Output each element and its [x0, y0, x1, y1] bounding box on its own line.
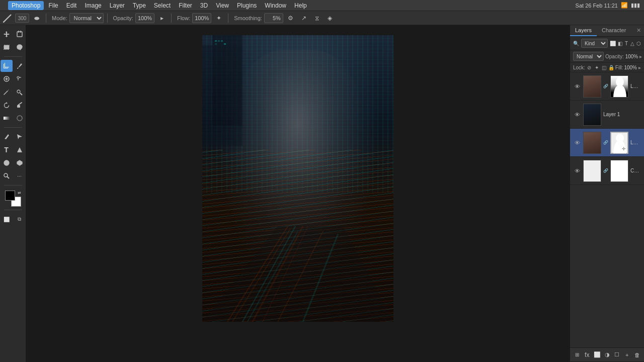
- symmetry-icon[interactable]: ⧖: [311, 13, 323, 24]
- layer-chain-icon: 🔗: [603, 84, 608, 89]
- layer-link-btn[interactable]: ⊞: [572, 350, 582, 360]
- lock-pixels-icon[interactable]: ⊘: [586, 64, 592, 71]
- menu-type[interactable]: Type: [129, 1, 149, 10]
- pressure-icon[interactable]: ◈: [325, 13, 336, 24]
- custom-shape-tool[interactable]: [14, 157, 26, 169]
- menu-layer[interactable]: Layer: [106, 1, 128, 10]
- tab-layers[interactable]: Layers: [570, 25, 597, 36]
- smoothing-input[interactable]: [264, 13, 283, 23]
- layer-adjustment-btn[interactable]: ◑: [602, 350, 612, 360]
- airbrush-icon[interactable]: ✦: [213, 13, 224, 24]
- tab-character[interactable]: Character: [597, 25, 631, 36]
- zoom-tool[interactable]: [1, 170, 13, 182]
- menu-photoshop[interactable]: Photoshop: [8, 1, 44, 10]
- new-layer-btn[interactable]: +: [622, 350, 632, 360]
- artboard-tool[interactable]: [14, 28, 26, 40]
- tools-row-12: ⬜ ⧉: [1, 213, 26, 225]
- healing-brush-tool[interactable]: [1, 73, 13, 85]
- text-tool[interactable]: T: [1, 144, 13, 156]
- menu-filter[interactable]: Filter: [175, 1, 196, 10]
- layer-item[interactable]: 👁 🔗 Col... 1: [570, 157, 644, 185]
- sep-2: [4, 127, 22, 128]
- dots-tool[interactable]: ···: [14, 170, 26, 182]
- layer-item-active[interactable]: 👁 🔗 ✛ La...py: [570, 129, 644, 157]
- svg-marker-33: [202, 226, 393, 322]
- filter-shape-icon[interactable]: △: [630, 39, 634, 47]
- menu-select[interactable]: Select: [150, 1, 174, 10]
- menu-3d[interactable]: 3D: [197, 1, 211, 10]
- layer-item[interactable]: 👁 Layer 1: [570, 101, 644, 129]
- mode-select[interactable]: Normal Multiply Screen: [69, 13, 104, 23]
- panel-close-btn[interactable]: ✕: [633, 25, 644, 36]
- svg-rect-11: [17, 105, 20, 108]
- menu-file[interactable]: File: [45, 1, 61, 10]
- opacity-icon[interactable]: ▸: [156, 13, 168, 24]
- brush-preset-picker[interactable]: ⬬: [31, 13, 42, 24]
- move-tool[interactable]: [1, 28, 13, 40]
- brush-tool-icon[interactable]: [2, 13, 13, 24]
- blend-mode-select[interactable]: Normal Multiply Screen Overlay: [573, 52, 604, 61]
- mask-silhouette-svg: [611, 76, 628, 98]
- eraser-tool[interactable]: [14, 99, 26, 111]
- layer-group-btn[interactable]: ☐: [612, 350, 622, 360]
- eyedropper-tool[interactable]: [14, 60, 26, 72]
- screen-mode-icon[interactable]: ⧉: [14, 213, 26, 225]
- layer-visibility-toggle[interactable]: 👁: [573, 140, 581, 146]
- tools-row-4: [1, 73, 26, 85]
- menu-help[interactable]: Help: [291, 1, 310, 10]
- layer-visibility-toggle[interactable]: 👁: [573, 83, 581, 89]
- rotate-view-tool[interactable]: [1, 157, 13, 169]
- fill-arrow[interactable]: ▸: [638, 65, 641, 70]
- color-swatches[interactable]: ⇄: [5, 191, 21, 207]
- foreground-color-swatch[interactable]: [5, 191, 15, 201]
- filter-kind-icon: 🔍: [573, 41, 579, 46]
- layer-effects-btn[interactable]: fx: [582, 350, 592, 360]
- filter-kind-select[interactable]: Kind Name Effect: [581, 39, 608, 48]
- layer-name: Col... 1: [630, 168, 641, 173]
- filter-smart-icon[interactable]: ⬡: [636, 39, 641, 47]
- fill-label: Fill:: [615, 65, 623, 70]
- gradient-tool[interactable]: [1, 112, 13, 124]
- clone-stamp-tool[interactable]: [14, 86, 26, 98]
- menu-view[interactable]: View: [212, 1, 232, 10]
- lasso-tool[interactable]: [14, 41, 26, 53]
- sep3: [171, 14, 172, 23]
- pen-tool[interactable]: [1, 131, 13, 143]
- opacity-arrow[interactable]: ▸: [639, 54, 642, 59]
- layer-chain-icon: 🔗: [603, 168, 608, 173]
- history-brush-tool[interactable]: [1, 99, 13, 111]
- sep2: [107, 14, 108, 23]
- tools-row-1: [1, 28, 26, 40]
- lock-all-icon[interactable]: 🔒: [608, 64, 614, 71]
- filter-text-icon[interactable]: T: [624, 39, 628, 47]
- delete-layer-btn[interactable]: 🗑: [632, 350, 642, 360]
- patch-tool[interactable]: [14, 73, 26, 85]
- layer-visibility-toggle[interactable]: 👁: [573, 112, 581, 118]
- quick-mask-icon[interactable]: ⬜: [1, 213, 13, 225]
- tools-row-6: [1, 99, 26, 111]
- swap-colors-icon[interactable]: ⇄: [18, 191, 21, 195]
- brush-angle-icon[interactable]: ↗: [298, 13, 309, 24]
- menu-plugins[interactable]: Plugins: [233, 1, 260, 10]
- lock-position-icon[interactable]: ✦: [593, 64, 599, 71]
- filter-adjust-icon[interactable]: ◧: [618, 39, 622, 47]
- shape-tool[interactable]: [14, 144, 26, 156]
- menu-edit[interactable]: Edit: [63, 1, 80, 10]
- layer-visibility-toggle[interactable]: 👁: [573, 168, 581, 174]
- crop-tool[interactable]: [1, 60, 13, 72]
- path-selection-tool[interactable]: [14, 131, 26, 143]
- canvas-image[interactable]: [202, 35, 393, 322]
- lock-artboards-icon[interactable]: ◫: [601, 64, 607, 71]
- menu-image[interactable]: Image: [81, 1, 105, 10]
- blur-tool[interactable]: [14, 112, 26, 124]
- flow-input[interactable]: [192, 13, 211, 23]
- opacity-input[interactable]: [135, 13, 154, 23]
- menu-window[interactable]: Window: [261, 1, 290, 10]
- brush-size[interactable]: 300: [15, 14, 29, 23]
- filter-pixel-icon[interactable]: ⬜: [610, 39, 616, 47]
- layer-mask-btn[interactable]: ⬜: [592, 350, 602, 360]
- brush-tool[interactable]: [1, 86, 13, 98]
- layer-item[interactable]: 👁 🔗 La... 2: [570, 72, 644, 101]
- rectangular-marquee-tool[interactable]: [1, 41, 13, 53]
- smoothing-settings-icon[interactable]: ⚙: [285, 13, 296, 24]
